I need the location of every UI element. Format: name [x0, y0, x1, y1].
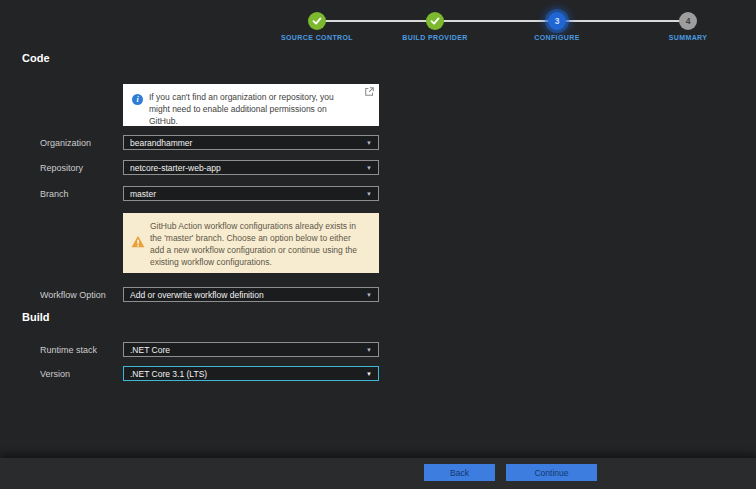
check-icon	[430, 16, 440, 26]
version-label: Version	[40, 369, 70, 379]
step-summary[interactable]: 4	[679, 12, 697, 30]
warning-icon	[131, 235, 145, 248]
runtime-stack-label: Runtime stack	[40, 345, 97, 355]
chevron-down-icon: ▼	[366, 165, 372, 171]
chevron-down-icon: ▼	[366, 347, 372, 353]
step-build-provider[interactable]	[426, 12, 444, 30]
stepper-connector	[435, 20, 557, 22]
step-number: 4	[686, 16, 691, 26]
step-number: 3	[555, 16, 560, 26]
stepper-connector	[557, 20, 688, 22]
stepper-connector	[317, 20, 435, 22]
workflow-option-value: Add or overwrite workflow definition	[130, 290, 366, 300]
continue-button[interactable]: Continue	[506, 464, 597, 481]
branch-dropdown[interactable]: master ▼	[123, 186, 379, 201]
info-banner-text: If you can't find an organization or rep…	[149, 92, 353, 128]
workflow-option-dropdown[interactable]: Add or overwrite workflow definition ▼	[123, 287, 379, 302]
repository-label: Repository	[40, 163, 83, 173]
runtime-stack-value: .NET Core	[130, 345, 366, 355]
chevron-down-icon: ▼	[366, 371, 372, 377]
check-icon	[312, 16, 322, 26]
organization-label: Organization	[40, 138, 91, 148]
warning-banner: GitHub Action workflow configurations al…	[123, 213, 379, 273]
branch-label: Branch	[40, 189, 69, 199]
organization-dropdown[interactable]: bearandhammer ▼	[123, 135, 379, 150]
runtime-stack-dropdown[interactable]: .NET Core ▼	[123, 342, 379, 357]
code-section-heading: Code	[22, 52, 50, 64]
step-label-build-provider: BUILD PROVIDER	[365, 34, 505, 41]
organization-value: bearandhammer	[130, 138, 366, 148]
step-configure[interactable]: 3	[548, 12, 566, 30]
warning-banner-text: GitHub Action workflow configurations al…	[150, 220, 364, 268]
version-value: .NET Core 3.1 (LTS)	[130, 369, 366, 379]
chevron-down-icon: ▼	[366, 292, 372, 298]
chevron-down-icon: ▼	[366, 140, 372, 146]
info-icon: i	[132, 94, 143, 105]
external-link-icon[interactable]	[365, 87, 374, 96]
workflow-option-label: Workflow Option	[40, 290, 106, 300]
info-banner: i If you can't find an organization or r…	[123, 84, 379, 126]
back-button[interactable]: Back	[424, 464, 495, 481]
step-label-summary: SUMMARY	[618, 34, 756, 41]
repository-value: netcore-starter-web-app	[130, 163, 366, 173]
chevron-down-icon: ▼	[366, 191, 372, 197]
build-section-heading: Build	[22, 311, 50, 323]
footer-action-bar: Back Continue	[0, 458, 756, 489]
step-label-configure: CONFIGURE	[487, 34, 627, 41]
step-source-control[interactable]	[308, 12, 326, 30]
repository-dropdown[interactable]: netcore-starter-web-app ▼	[123, 160, 379, 175]
version-dropdown[interactable]: .NET Core 3.1 (LTS) ▼	[123, 366, 379, 381]
branch-value: master	[130, 189, 366, 199]
